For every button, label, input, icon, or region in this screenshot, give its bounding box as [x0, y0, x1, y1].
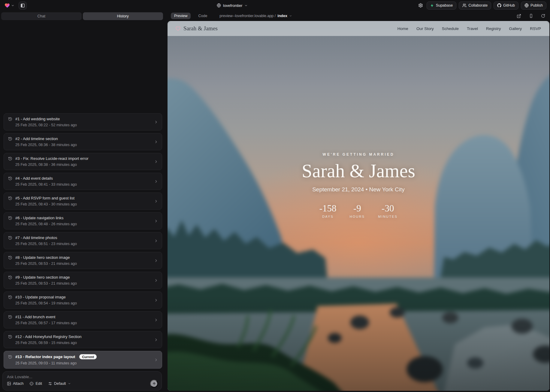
- history-icon: [8, 216, 12, 220]
- tab-preview[interactable]: Preview: [171, 13, 191, 19]
- hero-content: WE'RE GETTING MARRIED Sarah & James Sept…: [168, 152, 549, 218]
- open-external-icon[interactable]: [517, 14, 521, 18]
- history-item[interactable]: #6 - Update navigation links 25 Feb 2025…: [4, 212, 162, 229]
- topbar: lovefrontier Supabase Collaborate: [0, 0, 550, 11]
- history-item-title: #2 - Add timeline section: [15, 136, 58, 141]
- publish-button[interactable]: Publish: [521, 1, 546, 10]
- refresh-icon[interactable]: [541, 14, 545, 18]
- chevron-right-icon[interactable]: [154, 239, 158, 243]
- history-item[interactable]: #12 - Add Honeyfund Registry Section 25 …: [4, 331, 162, 348]
- supabase-button[interactable]: Supabase: [427, 1, 456, 10]
- attach-image-icon: [7, 382, 11, 386]
- nav-link-our-story[interactable]: Our Story: [416, 26, 434, 31]
- lovable-heart-logo-icon: [4, 3, 10, 8]
- github-label: GitHub: [503, 3, 515, 7]
- supabase-bolt-icon: [430, 4, 434, 7]
- countdown: -158 DAYS -9 HOURS -30 MINUTES: [168, 203, 549, 218]
- nav-link-schedule[interactable]: Schedule: [442, 26, 459, 31]
- history-icon: [8, 176, 12, 181]
- nav-link-travel[interactable]: Travel: [467, 26, 478, 31]
- preview-url-prefix: preview--lovefrontier.lovable.app /: [219, 14, 276, 18]
- mobile-view-icon[interactable]: [529, 14, 533, 18]
- tab-history[interactable]: History: [83, 12, 163, 20]
- github-button[interactable]: GitHub: [494, 1, 518, 10]
- history-item-title: #9 - Update hero section image: [15, 275, 70, 280]
- history-item[interactable]: #2 - Add timeline section 25 Feb 2025, 0…: [4, 133, 162, 150]
- site-nav: Home Our Story Schedule Travel Registry …: [397, 26, 549, 31]
- history-icon: [8, 137, 12, 141]
- history-item-title: #11 - Add brunch event: [15, 315, 55, 319]
- history-item[interactable]: #3 - Fix: Resolve Lucide-react import er…: [4, 153, 162, 170]
- history-item[interactable]: #11 - Add brunch event 25 Feb 2025, 08:5…: [4, 311, 162, 328]
- chevron-right-icon[interactable]: [154, 160, 158, 164]
- history-icon: [8, 335, 12, 339]
- chevron-right-icon[interactable]: [154, 120, 158, 124]
- history-item-timestamp: 25 Feb 2025, 08:36 - 38 minutes ago: [15, 143, 152, 147]
- countdown-days-label: DAYS: [319, 215, 337, 218]
- countdown-minutes-value: -30: [378, 203, 397, 214]
- history-item-timestamp: 25 Feb 2025, 08:54 - 19 minutes ago: [15, 301, 152, 305]
- history-item[interactable]: #5 - Add RSVP form and guest list 25 Feb…: [4, 193, 162, 210]
- history-item[interactable]: #8 - Update hero section image 25 Feb 20…: [4, 252, 162, 269]
- app-window: lovefrontier Supabase Collaborate: [0, 0, 550, 392]
- chevron-right-icon[interactable]: [154, 140, 158, 144]
- history-item[interactable]: #10 - Update proposal image 25 Feb 2025,…: [4, 292, 162, 309]
- sidebar-toggle-button[interactable]: [19, 1, 27, 10]
- chevron-right-icon[interactable]: [154, 358, 158, 362]
- history-item[interactable]: #9 - Update hero section image 25 Feb 20…: [4, 272, 162, 289]
- prompt-input[interactable]: [7, 375, 158, 380]
- chevron-right-icon[interactable]: [154, 318, 158, 322]
- chevron-right-icon[interactable]: [154, 298, 158, 302]
- chevron-right-icon[interactable]: [154, 199, 158, 203]
- hero-date-location: September 21, 2024 • New York City: [168, 186, 549, 193]
- history-icon: [8, 315, 12, 319]
- nav-link-registry[interactable]: Registry: [486, 26, 501, 31]
- countdown-hours-value: -9: [350, 203, 365, 214]
- chevron-right-icon[interactable]: [154, 278, 158, 283]
- attach-label: Attach: [13, 382, 23, 386]
- crosshair-icon: [29, 382, 34, 386]
- history-item-timestamp: 25 Feb 2025, 08:59 - 15 minutes ago: [15, 341, 152, 345]
- prompt-composer: Attach Edit Default: [2, 371, 162, 391]
- chevron-right-icon[interactable]: [154, 338, 158, 342]
- history-item-timestamp: 25 Feb 2025, 08:51 - 23 minutes ago: [15, 242, 152, 246]
- history-item-timestamp: 25 Feb 2025, 08:53 - 21 minutes ago: [15, 262, 152, 266]
- site-brand[interactable]: Sarah & James: [168, 25, 218, 32]
- chevron-right-icon[interactable]: [154, 259, 158, 263]
- countdown-hours: -9 HOURS: [350, 203, 365, 218]
- history-item[interactable]: #4 - Add event details 25 Feb 2025, 08:4…: [4, 173, 162, 190]
- send-button[interactable]: [150, 380, 158, 388]
- history-item-timestamp: 25 Feb 2025, 08:43 - 30 minutes ago: [15, 202, 152, 206]
- attach-button[interactable]: Attach: [7, 382, 23, 386]
- lovable-logo-menu[interactable]: [4, 3, 14, 8]
- tab-code[interactable]: Code: [195, 13, 210, 19]
- settings-gear-icon[interactable]: [418, 3, 423, 8]
- mode-label: Default: [54, 382, 66, 386]
- supabase-label: Supabase: [436, 3, 453, 7]
- mode-selector[interactable]: Default: [48, 382, 71, 386]
- history-icon: [8, 295, 12, 299]
- tab-chat[interactable]: Chat: [1, 12, 82, 20]
- hero-eyebrow: WE'RE GETTING MARRIED: [168, 152, 549, 157]
- chevron-right-icon[interactable]: [154, 179, 158, 184]
- nav-link-home[interactable]: Home: [397, 26, 408, 31]
- sidebar-tabs: Chat History: [1, 12, 163, 20]
- project-switcher[interactable]: lovefrontier: [217, 0, 248, 11]
- history-list: #1 - Add wedding website 25 Feb 2025, 08…: [0, 21, 164, 369]
- history-item[interactable]: #7 - Add timeline photos 25 Feb 2025, 08…: [4, 232, 162, 249]
- history-item-title: #3 - Fix: Resolve Lucide-react import er…: [15, 156, 88, 161]
- history-item[interactable]: #13 - Refactor index page layout Current…: [4, 351, 162, 369]
- collaborate-users-icon: [462, 3, 467, 7]
- history-item-title: #7 - Add timeline photos: [15, 235, 57, 240]
- nav-link-gallery[interactable]: Gallery: [509, 26, 522, 31]
- edit-select-button[interactable]: Edit: [29, 382, 42, 386]
- chevron-right-icon[interactable]: [154, 219, 158, 223]
- nav-link-rsvp[interactable]: RSVP: [530, 26, 541, 31]
- history-item[interactable]: #1 - Add wedding website 25 Feb 2025, 08…: [4, 113, 162, 130]
- panel-left-icon: [20, 3, 25, 8]
- collaborate-button[interactable]: Collaborate: [459, 1, 491, 10]
- history-icon: [8, 236, 12, 240]
- chat-sidebar: Chat History #1 - Add wedding website 25…: [0, 11, 164, 392]
- sliders-icon: [48, 382, 52, 386]
- preview-url[interactable]: preview--lovefrontier.lovable.app / inde…: [219, 14, 292, 18]
